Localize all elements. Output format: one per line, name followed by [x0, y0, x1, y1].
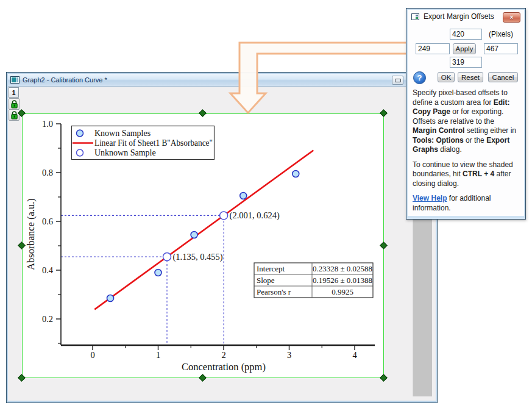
graph-window-icon [10, 76, 20, 84]
dialog-description: Specify pixel-based offsets to define a … [413, 88, 520, 218]
top-offset-field[interactable] [450, 29, 482, 40]
lock-icon [10, 110, 18, 120]
left-offset-field[interactable] [416, 43, 450, 54]
point-annotation: (2.001, 0.624) [230, 210, 280, 221]
lock-button-2[interactable] [9, 109, 20, 121]
description-paragraph: Specify pixel-based offsets to define a … [413, 88, 520, 155]
x-axis-title: Concentration (ppm) [182, 361, 266, 373]
stats-value: 0.23328 ± 0.02588 [313, 264, 372, 273]
y-tick-label: 0.4 [42, 265, 54, 275]
description-paragraph: To continue to view the shaded boundarie… [413, 160, 520, 189]
apply-button[interactable]: Apply [453, 43, 476, 54]
dialog-body: Export Margin Offsets × (Pixels) Apply ?… [408, 10, 524, 216]
bottom-offset-field[interactable] [450, 57, 482, 68]
close-button[interactable]: × [503, 12, 520, 23]
y-axis-title: Absorbance (a.u.) [25, 198, 37, 270]
known-sample-point [107, 295, 114, 302]
legend-label: Known Samples [94, 129, 151, 138]
known-sample-point [293, 171, 299, 177]
export-margin-offsets-dialog: Export Margin Offsets × (Pixels) Apply ?… [406, 8, 526, 220]
x-tick-label: 0 [90, 350, 94, 360]
point-annotation: (1.135, 0.455) [173, 252, 223, 262]
dialog-icon [411, 13, 419, 20]
lock-icon [10, 99, 18, 109]
stats-label: Slope [257, 276, 275, 285]
graph-window: Graph2 - Calibration Curve * 1 (1.135, 0… [6, 72, 438, 403]
layer-1-button[interactable]: 1 [9, 87, 19, 98]
stats-value: 0.9925 [332, 287, 353, 296]
x-tick-label: 2 [221, 350, 225, 360]
description-paragraph: View Help for additional information. [413, 194, 520, 213]
reset-button[interactable]: Reset [458, 72, 483, 82]
unknown-sample-point [163, 253, 171, 261]
legend-marker [77, 130, 83, 137]
known-sample-point [191, 232, 197, 238]
known-sample-point [240, 193, 247, 199]
callout-arrow [225, 37, 410, 117]
legend-marker [77, 149, 83, 156]
lock-button-1[interactable] [9, 98, 20, 110]
help-button[interactable]: ? [413, 71, 426, 84]
y-tick-label: 1.0 [42, 119, 53, 129]
known-sample-point [155, 270, 161, 276]
graph-window-content: 1 (1.135, 0.455)(2.001, 0.624)012340.20.… [8, 87, 436, 401]
desktop: { "graph_window": { "title": "Graph2 - C… [0, 0, 532, 408]
guide-line [61, 257, 167, 345]
x-tick-label: 1 [156, 350, 160, 360]
cancel-button[interactable]: Cancel [488, 72, 518, 82]
legend-label: Unknown Sample [94, 148, 156, 157]
stats-value: 0.19526 ± 0.01388 [313, 276, 372, 285]
graph-window-title: Graph2 - Calibration Curve * [23, 76, 107, 84]
y-tick-label: 0.2 [42, 314, 53, 324]
x-tick-label: 3 [287, 350, 291, 360]
ok-button[interactable]: OK [438, 72, 455, 82]
y-tick-label: 0.6 [42, 217, 53, 226]
y-tick-label: 0.8 [42, 168, 53, 177]
x-tick-label: 4 [352, 350, 357, 360]
pixels-label: (Pixels) [489, 30, 513, 38]
graph-page[interactable]: (1.135, 0.455)(2.001, 0.624)012340.20.40… [22, 113, 384, 378]
view-help-link[interactable]: View Help [413, 194, 447, 202]
unknown-sample-point [220, 212, 228, 220]
dialog-title: Export Margin Offsets [424, 12, 494, 21]
calibration-chart: (1.135, 0.455)(2.001, 0.624)012340.20.40… [22, 113, 384, 378]
guide-line [61, 215, 224, 345]
dialog-titlebar[interactable]: Export Margin Offsets × [408, 10, 524, 23]
stats-label: Intercept [257, 264, 285, 273]
stats-label: Pearson's r [257, 287, 291, 296]
right-offset-field[interactable] [484, 43, 518, 54]
legend-label: Linear Fit of Sheet1 B"Absorbance" [94, 138, 213, 148]
